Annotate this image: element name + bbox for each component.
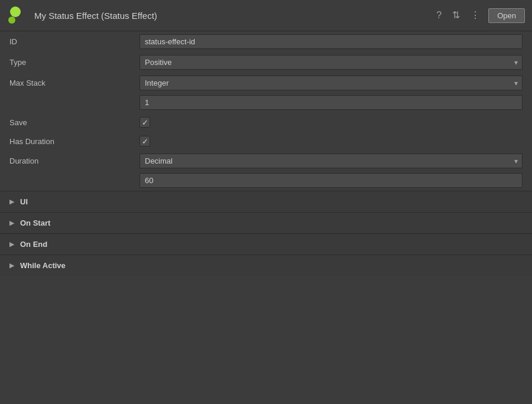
type-select[interactable]: Positive Negative Neutral (140, 55, 523, 70)
more-button[interactable]: ⋮ (468, 9, 482, 21)
has-duration-row: Has Duration ✓ (0, 132, 532, 151)
on-start-section: ▶ On Start (0, 212, 532, 233)
ui-arrow-icon: ▶ (9, 198, 14, 206)
max-stack-select[interactable]: Integer Float Decimal (140, 76, 523, 90)
id-control (140, 34, 523, 49)
svg-point-0 (10, 6, 21, 17)
on-start-section-header[interactable]: ▶ On Start (0, 213, 532, 233)
type-row: Type Positive Negative Neutral ▾ (0, 52, 532, 73)
max-stack-control: Integer Float Decimal ▾ (140, 76, 523, 90)
duration-number-control (140, 173, 523, 188)
on-end-section: ▶ On End (0, 233, 532, 255)
max-stack-row: Max Stack Integer Float Decimal ▾ (0, 73, 532, 93)
save-checkbox[interactable]: ✓ (140, 117, 150, 128)
sliders-button[interactable]: ⇅ (450, 9, 462, 21)
while-active-section-title: While Active (20, 261, 66, 270)
id-row: ID (0, 31, 532, 52)
save-row: Save ✓ (0, 113, 532, 132)
has-duration-control: ✓ (140, 136, 523, 146)
max-stack-number-input[interactable] (140, 95, 523, 110)
duration-number-row (0, 171, 532, 191)
duration-select[interactable]: Decimal Integer Float (140, 154, 523, 168)
logo-icon (7, 5, 28, 26)
header: My Status Effect (Status Effect) ? ⇅ ⋮ O… (0, 0, 532, 31)
ui-section: ▶ UI (0, 191, 532, 212)
id-input[interactable] (140, 34, 523, 49)
has-duration-checkbox[interactable]: ✓ (140, 136, 150, 146)
on-start-arrow-icon: ▶ (9, 219, 14, 227)
has-duration-label: Has Duration (9, 137, 140, 146)
max-stack-number-row (0, 93, 532, 113)
main-window: My Status Effect (Status Effect) ? ⇅ ⋮ O… (0, 0, 532, 404)
on-end-section-title: On End (20, 240, 47, 249)
max-stack-number-control (140, 95, 523, 110)
help-button[interactable]: ? (434, 9, 444, 21)
ui-section-title: UI (20, 197, 28, 206)
max-stack-label: Max Stack (9, 79, 140, 87)
max-stack-select-wrapper: Integer Float Decimal ▾ (140, 76, 523, 90)
id-label: ID (9, 37, 140, 46)
save-control: ✓ (140, 117, 523, 128)
duration-label: Duration (9, 157, 140, 165)
save-checkbox-wrapper: ✓ (140, 117, 523, 128)
while-active-arrow-icon: ▶ (9, 262, 14, 269)
svg-point-1 (8, 17, 15, 24)
header-actions: ? ⇅ ⋮ Open (434, 8, 525, 23)
on-end-arrow-icon: ▶ (9, 240, 14, 248)
save-label: Save (9, 118, 140, 127)
type-control: Positive Negative Neutral ▾ (140, 55, 523, 70)
open-button[interactable]: Open (488, 8, 525, 23)
duration-select-wrapper: Decimal Integer Float ▾ (140, 154, 523, 168)
type-select-wrapper: Positive Negative Neutral ▾ (140, 55, 523, 70)
has-duration-checkbox-wrapper: ✓ (140, 136, 523, 146)
duration-number-input[interactable] (140, 173, 523, 188)
on-end-section-header[interactable]: ▶ On End (0, 234, 532, 255)
form-content: ID Type Positive Negative Neutral ▾ (0, 31, 532, 276)
while-active-section: ▶ While Active (0, 255, 532, 276)
while-active-section-header[interactable]: ▶ While Active (0, 255, 532, 276)
window-title: My Status Effect (Status Effect) (34, 11, 428, 21)
duration-control: Decimal Integer Float ▾ (140, 154, 523, 168)
ui-section-header[interactable]: ▶ UI (0, 191, 532, 212)
duration-row: Duration Decimal Integer Float ▾ (0, 151, 532, 171)
type-label: Type (9, 58, 140, 67)
on-start-section-title: On Start (20, 219, 50, 227)
